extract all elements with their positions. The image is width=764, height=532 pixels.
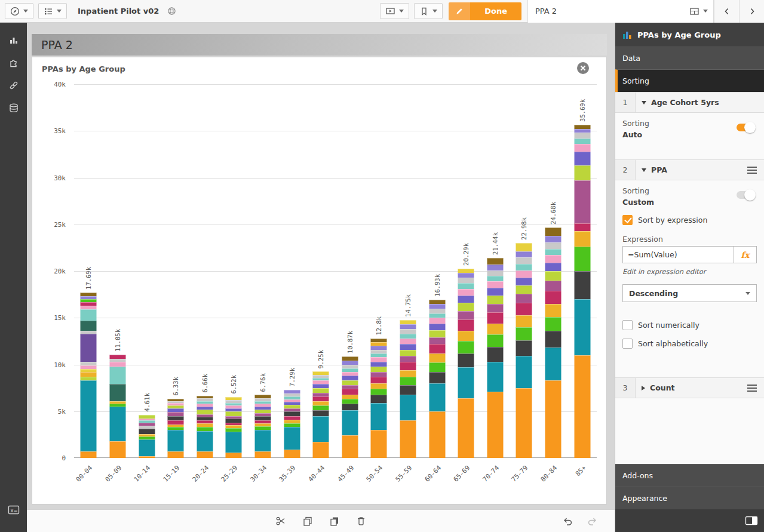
bar-45-49[interactable] bbox=[342, 356, 358, 458]
bar-segment[interactable] bbox=[342, 435, 358, 458]
expression-editor-button[interactable]: fx bbox=[734, 246, 757, 263]
bar-segment[interactable] bbox=[371, 357, 387, 362]
bar-segment[interactable] bbox=[545, 317, 562, 331]
bar-35-39[interactable] bbox=[284, 390, 300, 458]
bar-segment[interactable] bbox=[400, 329, 416, 334]
bar-segment[interactable] bbox=[516, 251, 532, 257]
bar-segment[interactable] bbox=[458, 303, 474, 311]
bar-segment[interactable] bbox=[429, 313, 445, 318]
auto-sorting-toggle[interactable] bbox=[737, 124, 754, 131]
bar-segment[interactable] bbox=[342, 389, 358, 394]
bar-segment[interactable] bbox=[574, 299, 590, 355]
bar-segment[interactable] bbox=[197, 410, 213, 414]
bar-segment[interactable] bbox=[371, 389, 387, 394]
bar-segment[interactable] bbox=[574, 165, 590, 180]
bar-segment[interactable] bbox=[458, 273, 474, 278]
bar-segment[interactable] bbox=[574, 144, 590, 152]
paste-button[interactable] bbox=[330, 516, 340, 526]
bar-segment[interactable] bbox=[168, 430, 184, 451]
bar-segment[interactable] bbox=[168, 451, 184, 458]
bar-segment[interactable] bbox=[545, 331, 562, 348]
bar-80-84[interactable] bbox=[545, 227, 562, 458]
bar-segment[interactable] bbox=[371, 395, 387, 403]
custom-objects-button[interactable] bbox=[0, 51, 27, 74]
bar-segment[interactable] bbox=[197, 431, 213, 451]
sorting-item-count[interactable]: 3 Count bbox=[615, 377, 764, 398]
bar-segment[interactable] bbox=[545, 236, 562, 242]
bar-65-69[interactable] bbox=[458, 268, 474, 458]
bar-segment[interactable] bbox=[545, 255, 562, 263]
bar-segment[interactable] bbox=[342, 410, 358, 435]
bar-segment[interactable] bbox=[400, 377, 416, 385]
bar-segment[interactable] bbox=[545, 281, 562, 291]
bar-segment[interactable] bbox=[254, 451, 271, 458]
bar-segment[interactable] bbox=[429, 411, 445, 458]
bar-segment[interactable] bbox=[487, 265, 503, 270]
copy-button[interactable] bbox=[303, 516, 313, 526]
sort-alphabetically-row[interactable]: Sort alphabetically bbox=[622, 339, 757, 349]
bar-20-24[interactable] bbox=[197, 396, 213, 458]
bar-segment[interactable] bbox=[429, 324, 445, 330]
bar-segment[interactable] bbox=[487, 270, 503, 276]
bar-segment[interactable] bbox=[371, 367, 387, 372]
bar-segment[interactable] bbox=[254, 430, 271, 451]
bar-segment[interactable] bbox=[197, 451, 213, 458]
bar-segment[interactable] bbox=[400, 395, 416, 421]
bar-segment[interactable] bbox=[574, 152, 590, 165]
bar-segment[interactable] bbox=[458, 353, 474, 367]
section-addons[interactable]: Add-ons bbox=[615, 464, 764, 487]
bar-segment[interactable] bbox=[313, 388, 329, 393]
master-items-button[interactable] bbox=[0, 74, 27, 97]
custom-sorting-toggle[interactable] bbox=[737, 191, 754, 199]
bar-segment[interactable] bbox=[313, 416, 329, 442]
bar-segment[interactable] bbox=[400, 320, 416, 324]
bar-segment[interactable] bbox=[487, 304, 503, 312]
bar-segment[interactable] bbox=[313, 405, 329, 410]
bar-segment[interactable] bbox=[342, 404, 358, 410]
bar-segment[interactable] bbox=[487, 392, 503, 458]
sorting-item-age-cohort[interactable]: 1 Age Cohort 5yrs bbox=[615, 92, 764, 113]
redo-button[interactable] bbox=[587, 516, 598, 526]
bar-segment[interactable] bbox=[516, 356, 532, 388]
sheet-name-field[interactable]: PPA 2 bbox=[527, 0, 684, 23]
bar-segment[interactable] bbox=[313, 442, 329, 458]
bar-segment[interactable] bbox=[574, 271, 590, 299]
chart-object[interactable]: PPAs by Age Group 05k10k15k20k25k30k35k4… bbox=[32, 57, 607, 505]
bar-segment[interactable] bbox=[371, 362, 387, 367]
bar-segment[interactable] bbox=[371, 372, 387, 377]
drag-handle-icon[interactable] bbox=[747, 378, 757, 398]
bar-segment[interactable] bbox=[429, 304, 445, 309]
bar-segment[interactable] bbox=[81, 451, 97, 458]
bar-segment[interactable] bbox=[458, 398, 474, 458]
bar-segment[interactable] bbox=[458, 367, 474, 398]
undo-button[interactable] bbox=[562, 516, 573, 526]
bar-segment[interactable] bbox=[342, 380, 358, 385]
fields-button[interactable] bbox=[0, 97, 27, 119]
bar-segment[interactable] bbox=[313, 410, 329, 416]
bar-segment[interactable] bbox=[574, 231, 590, 247]
bar-segment[interactable] bbox=[458, 269, 474, 273]
bar-segment[interactable] bbox=[429, 309, 445, 313]
bar-15-19[interactable] bbox=[168, 399, 184, 458]
bar-segment[interactable] bbox=[371, 430, 387, 458]
bar-segment[interactable] bbox=[458, 296, 474, 303]
bar-segment[interactable] bbox=[284, 450, 300, 458]
bar-segment[interactable] bbox=[429, 318, 445, 323]
next-sheet-button[interactable] bbox=[739, 0, 764, 23]
bar-segment[interactable] bbox=[574, 133, 590, 138]
bar-segment[interactable] bbox=[487, 276, 503, 281]
bar-40-44[interactable] bbox=[313, 371, 329, 458]
bar-segment[interactable] bbox=[516, 315, 532, 327]
bar-segment[interactable] bbox=[342, 395, 358, 399]
bar-segment[interactable] bbox=[139, 429, 155, 434]
bar-segment[interactable] bbox=[313, 396, 329, 401]
bar-segment[interactable] bbox=[574, 247, 590, 271]
bar-segment[interactable] bbox=[516, 303, 532, 315]
section-sorting[interactable]: Sorting bbox=[615, 69, 764, 92]
bar-segment[interactable] bbox=[81, 334, 97, 362]
bar-segment[interactable] bbox=[516, 270, 532, 278]
bar-segment[interactable] bbox=[429, 353, 445, 363]
bar-segment[interactable] bbox=[545, 291, 562, 304]
bar-segment[interactable] bbox=[109, 362, 125, 367]
presentation-button[interactable] bbox=[380, 3, 409, 19]
